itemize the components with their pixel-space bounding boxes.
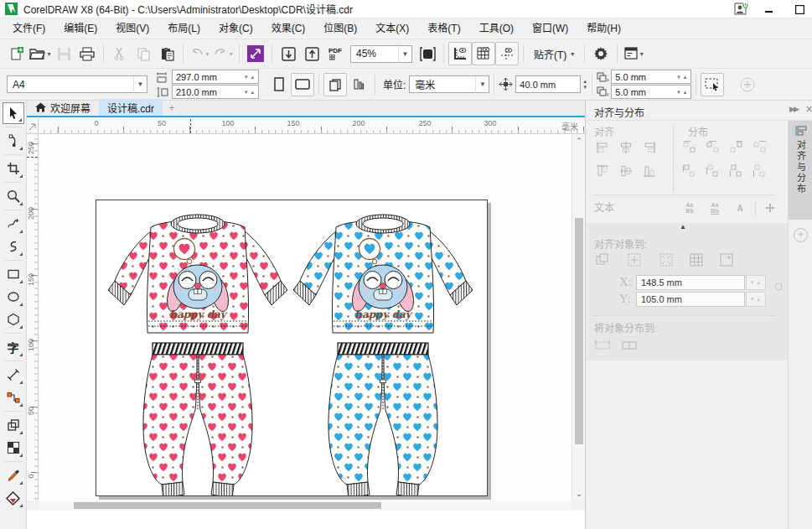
align-to-grid-button[interactable] <box>686 250 706 270</box>
copy-button[interactable] <box>132 42 155 65</box>
align-right-button[interactable] <box>639 137 659 158</box>
align-to-page-edge-button[interactable] <box>624 250 644 270</box>
menu-tools[interactable]: 工具(O) <box>470 19 523 39</box>
page-height-field[interactable]: 210.0 mm▾ ▴ <box>172 85 259 99</box>
treat-as-filled-toggle[interactable] <box>701 73 724 96</box>
undo-button[interactable]: ▾ <box>188 42 211 65</box>
current-page-button[interactable] <box>347 73 370 96</box>
page-width-spinner[interactable]: ▾ ▴ <box>241 74 258 80</box>
docker-tab-align-distribute[interactable]: 对齐与分布 <box>789 121 812 220</box>
y-coordinate-spinner[interactable]: ▾ ▴ <box>746 292 766 307</box>
redo-button[interactable]: ▾ <box>211 42 235 65</box>
ellipse-tool[interactable] <box>3 286 24 308</box>
page-height-spinner[interactable]: ▾ ▴ <box>241 89 258 96</box>
align-left-button[interactable] <box>592 137 613 158</box>
polygon-tool[interactable] <box>3 309 24 330</box>
menu-text[interactable]: 文本(X) <box>366 19 418 39</box>
cut-button[interactable] <box>108 42 132 65</box>
portrait-orientation-button[interactable] <box>267 73 291 96</box>
horizontal-scroll-thumb[interactable] <box>74 502 381 509</box>
menu-window[interactable]: 窗口(W) <box>523 19 577 39</box>
units-combobox[interactable]: 毫米 ▼ <box>409 75 489 93</box>
align-to-active-objects-button[interactable] <box>592 250 613 270</box>
page-width-field[interactable]: 297.0 mm▾ ▴ <box>172 70 259 84</box>
new-tab-button[interactable]: + <box>163 99 181 116</box>
docker-close-button[interactable]: ✕ <box>805 104 812 115</box>
distribute-bottom-button[interactable] <box>750 161 770 181</box>
align-bottom-button[interactable] <box>639 161 659 181</box>
tab-welcome-screen[interactable]: 欢迎屏幕 <box>27 99 99 116</box>
dockers-menu-button[interactable]: ▾ <box>622 42 645 65</box>
menu-bitmaps[interactable]: 位图(B) <box>314 19 366 39</box>
dimension-tool[interactable] <box>3 364 24 386</box>
document-page[interactable]: happy day <box>96 200 488 496</box>
add-property-button[interactable] <box>736 73 759 96</box>
zoom-tool[interactable] <box>3 185 24 207</box>
snap-to-button[interactable]: 贴齐(T)▾ <box>528 42 580 65</box>
x-coordinate-field[interactable]: 148.5 mm <box>636 275 745 290</box>
show-grid-toggle[interactable] <box>472 42 495 65</box>
distribute-left-button[interactable] <box>680 137 700 158</box>
open-button[interactable]: ▾ <box>28 42 52 65</box>
color-eyedropper-tool[interactable] <box>3 464 24 486</box>
connector-tool[interactable] <box>3 386 24 408</box>
duplicate-y-spinner[interactable]: ▾ ▴ <box>674 89 690 96</box>
fullscreen-preview-button[interactable] <box>416 42 439 65</box>
print-button[interactable] <box>75 42 99 65</box>
menu-table[interactable]: 表格(T) <box>418 19 469 39</box>
ruler-origin-button[interactable] <box>27 119 39 134</box>
menu-effects[interactable]: 效果(C) <box>262 19 315 39</box>
menu-help[interactable]: 帮助(H) <box>577 19 630 39</box>
export-button[interactable] <box>300 42 323 65</box>
text-align-bounding-box-button[interactable]: A <box>730 198 750 218</box>
text-align-baseline-first-button[interactable]: AaBb <box>680 198 700 218</box>
crop-tool[interactable] <box>3 158 24 179</box>
landscape-orientation-button[interactable] <box>291 73 314 96</box>
distribute-top-button[interactable] <box>680 161 700 181</box>
show-rulers-toggle[interactable] <box>448 42 472 65</box>
zoom-level-combobox[interactable]: 45% ▼ <box>350 45 412 63</box>
distribute-center-h-button[interactable] <box>703 137 723 158</box>
align-top-button[interactable] <box>592 161 613 181</box>
zoom-dropdown-arrow[interactable]: ▼ <box>398 46 411 62</box>
menu-view[interactable]: 视图(V) <box>106 19 158 39</box>
shape-tool[interactable] <box>3 130 24 152</box>
horizontal-scrollbar[interactable] <box>39 500 572 511</box>
docker-quick-customize-button[interactable]: + <box>794 228 808 242</box>
pajama-set-pink[interactable]: happy day <box>108 215 287 495</box>
maximize-button[interactable] <box>790 2 809 17</box>
vertical-ruler[interactable]: 250 200 150 100 50 0 <box>27 134 39 500</box>
duplicate-x-spinner[interactable]: ▾ ▴ <box>674 74 690 80</box>
minimize-button[interactable] <box>760 2 778 17</box>
text-align-add-button[interactable] <box>760 198 780 218</box>
distribute-spacing-v-button[interactable] <box>727 161 747 181</box>
distribute-to-page-button[interactable] <box>619 335 639 355</box>
vertical-scroll-thumb[interactable] <box>575 218 583 444</box>
align-center-v-button[interactable] <box>616 161 636 181</box>
publish-pdf-button[interactable]: PDF <box>323 42 347 65</box>
scroll-down-arrow[interactable]: ⌄ <box>572 487 586 500</box>
new-document-button[interactable] <box>5 42 28 65</box>
y-coordinate-field[interactable]: 105.0 mm <box>636 292 745 307</box>
user-account-icon[interactable] <box>734 3 748 16</box>
distribute-center-v-button[interactable] <box>703 161 723 181</box>
align-to-page-center-button[interactable] <box>656 250 676 270</box>
tab-design-document[interactable]: 设计稿.cdr <box>99 99 163 116</box>
x-coordinate-spinner[interactable]: ▾ ▴ <box>746 275 766 290</box>
all-pages-button[interactable] <box>323 73 347 96</box>
nudge-distance-field[interactable]: 40.0 mm <box>515 75 581 93</box>
nudge-spinner[interactable]: ▲▼ <box>582 79 587 91</box>
transparency-tool[interactable] <box>3 437 24 459</box>
menu-layout[interactable]: 布局(L) <box>158 19 209 39</box>
text-align-baseline-last-button[interactable]: AaBb <box>705 198 725 218</box>
options-gear-button[interactable] <box>589 42 613 65</box>
distribute-right-button[interactable] <box>750 137 770 158</box>
drawing-canvas[interactable]: happy day <box>39 134 572 500</box>
show-guidelines-toggle[interactable] <box>495 42 519 65</box>
menu-object[interactable]: 对象(C) <box>209 19 262 39</box>
scroll-up-arrow[interactable]: ⌃ <box>572 134 586 148</box>
duplicate-x-field[interactable]: 5.0 mm▾ ▴ <box>611 70 691 84</box>
text-tool[interactable]: 字 <box>3 336 24 358</box>
distribute-spacing-h-button[interactable] <box>727 137 747 158</box>
coordinate-link-icon[interactable] <box>773 282 784 292</box>
